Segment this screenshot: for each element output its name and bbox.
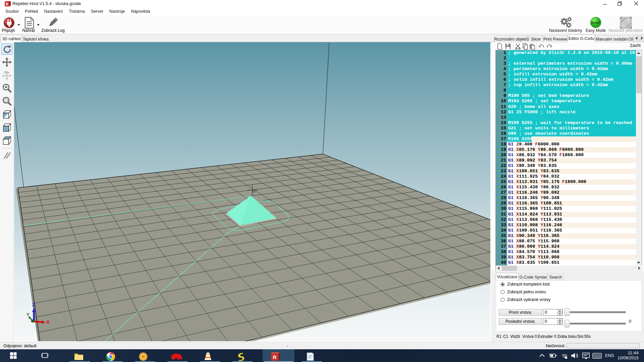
svg-text:R: R — [273, 354, 277, 360]
svg-text:Z: Z — [32, 302, 35, 307]
svg-text:EASY: EASY — [591, 21, 600, 24]
svg-text:Y: Y — [26, 312, 30, 317]
svg-text:R: R — [6, 2, 8, 6]
svg-text:X: X — [46, 319, 50, 325]
